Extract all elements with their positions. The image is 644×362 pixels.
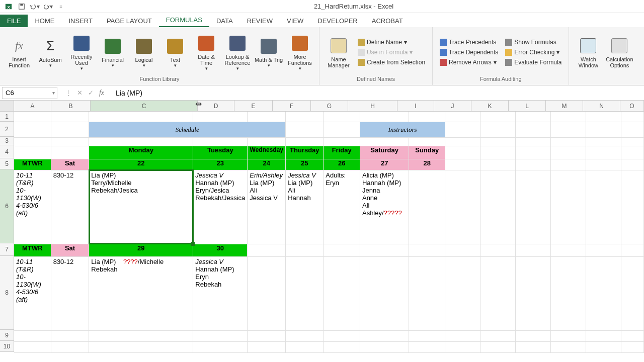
cell[interactable] [445,137,480,146]
cell[interactable] [480,159,516,170]
cell[interactable] [586,244,621,256]
formula-input[interactable] [111,87,644,99]
cell[interactable] [360,244,409,256]
cell[interactable] [445,112,480,122]
col-header-H[interactable]: H [348,101,397,112]
cell[interactable] [516,137,551,146]
cell[interactable] [409,330,445,341]
col-header-C[interactable]: C [91,101,198,112]
col-header-G[interactable]: G [311,101,348,112]
cell[interactable] [324,112,360,122]
cell[interactable] [360,256,409,330]
cell[interactable] [248,244,286,256]
financial-button[interactable]: Financial▾ [98,33,128,72]
cell[interactable] [480,146,516,159]
cell-d8[interactable]: Jessica V Hannah (MP) Eryn Rebekah [193,256,248,330]
col-header-F[interactable]: F [273,101,311,112]
fill-handle-icon[interactable] [191,242,195,246]
cell-e5[interactable]: 24 [248,159,286,170]
row-header-8[interactable]: 8 [0,256,14,330]
col-header-B[interactable]: B [51,101,91,112]
tab-formulas[interactable]: FORMULAS [159,14,209,27]
cell[interactable] [409,256,445,330]
tab-file[interactable]: FILE [0,15,28,27]
cell[interactable] [286,137,324,146]
instructors-header[interactable]: Instructors [360,122,445,137]
cell[interactable] [248,256,286,330]
cell-g6[interactable]: Adults: Eryn [324,170,360,244]
math-trig-button[interactable]: Math & Trig▾ [254,33,284,72]
cell[interactable] [248,341,286,352]
use-in-formula-button[interactable]: Use in Formula ▾ [355,48,428,57]
logical-button[interactable]: Logical▾ [129,33,159,72]
cell-e6[interactable]: Erin/Ashley Lia (MP) Ali Jessica V [248,170,286,244]
cell[interactable] [621,330,644,341]
cell[interactable] [480,112,516,122]
more-functions-button[interactable]: More Functions▾ [285,33,315,72]
cell[interactable] [193,341,248,352]
cell-c7[interactable]: 29 [89,244,193,256]
cell-i5[interactable]: 28 [409,159,445,170]
cell[interactable] [51,137,89,146]
cell[interactable] [480,170,516,244]
cell-a7[interactable]: MTWR [14,244,51,256]
cell-c8[interactable]: Lia (MP) ????/Michelle Rebekah [89,256,193,330]
cell[interactable] [516,159,551,170]
cell[interactable] [586,146,621,159]
trace-dependents-button[interactable]: Trace Dependents [437,48,501,57]
cell-a8[interactable]: 10-11 (T&R) 10-1130(W) 4-530/6 (aft) [14,256,51,330]
cell[interactable] [248,112,286,122]
cell[interactable] [586,112,621,122]
col-header-M[interactable]: M [546,101,583,112]
cell-h6[interactable]: Alicia (MP) Hannah (MP) Jenna Anne Ali A… [360,170,409,244]
cell[interactable] [516,122,551,137]
col-header-L[interactable]: L [509,101,546,112]
day-thursday[interactable]: Thursday [286,146,324,159]
calculation-options-button[interactable]: Calculation Options [604,33,634,72]
enter-icon[interactable]: ✓ [86,88,96,98]
cell[interactable] [551,170,586,244]
cell[interactable] [586,170,621,244]
cell[interactable] [551,256,586,330]
col-header-O[interactable]: O [620,101,644,112]
cell[interactable] [551,112,586,122]
cell[interactable] [14,330,51,341]
cell[interactable] [516,330,551,341]
row-header-4[interactable]: 4 [0,145,14,158]
cell[interactable] [621,159,644,170]
cell-a5[interactable]: MTWR [14,159,51,170]
watch-window-button[interactable]: Watch Window [573,33,603,72]
cell[interactable] [14,341,51,352]
col-header-K[interactable]: K [471,101,509,112]
define-name-button[interactable]: Define Name ▾ [355,38,428,47]
day-wednesday[interactable]: Wednesday [248,146,286,159]
cell[interactable] [89,330,193,341]
col-header-A[interactable]: A [14,101,51,112]
cell[interactable] [586,159,621,170]
cell[interactable] [480,330,516,341]
cell[interactable] [586,122,621,137]
cell[interactable] [324,256,360,330]
col-header-N[interactable]: N [583,101,620,112]
cell-d5[interactable]: 23 [193,159,248,170]
cell[interactable] [193,112,248,122]
cell-c6-active[interactable]: Lia (MP) Terry/Michelle Rebekah/Jesica [89,170,193,244]
cell[interactable] [586,137,621,146]
cell[interactable] [551,341,586,352]
cell[interactable] [621,146,644,159]
cell[interactable] [445,122,480,137]
cell[interactable] [324,137,360,146]
cell-d6[interactable]: Jessica V Hannah (MP) Eryn/Jesica Rebeka… [193,170,248,244]
cell[interactable] [51,112,89,122]
tab-review[interactable]: REVIEW [240,15,280,27]
cell[interactable] [621,341,644,352]
cell[interactable] [51,341,89,352]
cell[interactable] [480,244,516,256]
cell[interactable] [445,170,480,244]
cell[interactable] [409,170,445,244]
tab-data[interactable]: DATA [209,15,240,27]
cell[interactable] [445,341,480,352]
cell[interactable] [409,341,445,352]
row-header-9[interactable]: 9 [0,330,14,341]
row-header-7[interactable]: 7 [0,243,14,256]
